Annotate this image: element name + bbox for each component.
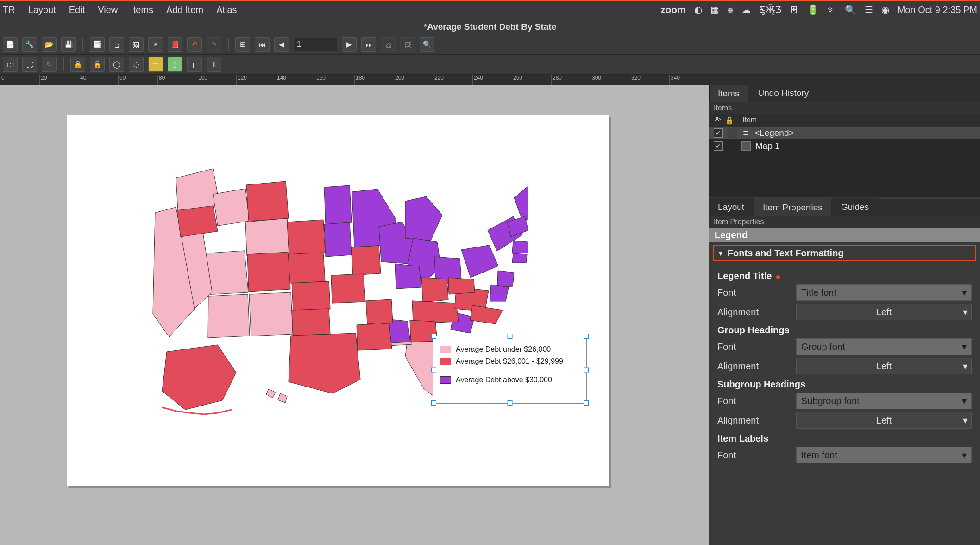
zoom-fit-button[interactable]: ⛶: [22, 57, 37, 72]
zoom-full-button[interactable]: 1:1: [3, 57, 18, 72]
resize-handle[interactable]: [431, 334, 436, 339]
resize-handle[interactable]: [431, 367, 436, 372]
redo-button[interactable]: ↷: [207, 37, 221, 52]
section-fonts-formatting[interactable]: ▼ Fonts and Text Formatting: [713, 245, 976, 261]
canvas[interactable]: Average Debt under $26,000 Average Debt …: [0, 85, 709, 545]
lock-toggle[interactable]: [728, 128, 737, 138]
menu-edit[interactable]: Edit: [69, 5, 85, 15]
resize-handle[interactable]: [584, 367, 589, 372]
next-page-button[interactable]: ▶: [342, 37, 357, 52]
visibility-toggle[interactable]: ✓: [714, 141, 723, 151]
alignment-dropdown[interactable]: Left▾: [796, 358, 972, 374]
wifi-icon[interactable]: ᯤ: [827, 5, 836, 15]
alignment-label: Alignment: [717, 415, 796, 426]
atlas-settings-button[interactable]: 🔍: [420, 37, 434, 52]
search-icon[interactable]: 🔍: [845, 4, 856, 15]
prev-page-button[interactable]: ◀: [274, 37, 289, 52]
chevron-down-icon: ▾: [963, 415, 967, 426]
last-page-button[interactable]: ⏭: [361, 37, 376, 52]
chevron-down-icon: ▼: [717, 250, 724, 257]
export-pdf-button[interactable]: 📕: [168, 37, 182, 52]
item-properties-label: Item Properties: [709, 216, 980, 228]
visibility-toggle[interactable]: ✓: [714, 128, 723, 138]
grid-button[interactable]: ⊞: [235, 37, 250, 52]
refresh-button[interactable]: ↻: [42, 57, 57, 72]
export-svg-button[interactable]: ✴: [148, 37, 163, 52]
print-atlas-button[interactable]: 🖨: [381, 37, 396, 52]
resize-handle[interactable]: [584, 400, 589, 406]
print-button[interactable]: 🖨: [109, 37, 124, 52]
font-dropdown[interactable]: Title font▾: [796, 284, 972, 301]
layout-settings-button[interactable]: 🔧: [22, 37, 37, 52]
layout-page[interactable]: Average Debt under $26,000 Average Debt …: [67, 115, 609, 486]
ruler-tick: 180: [354, 75, 365, 85]
menu-atlas[interactable]: Atlas: [216, 5, 237, 15]
chevron-down-icon: ▾: [962, 395, 967, 406]
items-tree[interactable]: 👁🔒 Item ✓ ≡ <Legend> ✓ Map 1: [709, 114, 980, 197]
status-icon-3[interactable]: ⎈: [728, 5, 733, 15]
page-number-input[interactable]: [294, 38, 337, 51]
font-dropdown[interactable]: Item font▾: [796, 447, 972, 463]
resize-handle[interactable]: [431, 400, 436, 406]
distribute-button[interactable]: ⫴: [207, 57, 221, 72]
ruler-tick: 260: [512, 75, 522, 85]
siri-icon[interactable]: ◉: [881, 4, 889, 15]
lower-button[interactable]: ▯: [168, 57, 182, 72]
main-toolbar: 📄 🔧 📂 💾 📑 🖨 🖼 ✴ 📕 ↶ ↷ ⊞ ⏮ ◀ ▶ ⏭ 🖨 🖼 🔍: [0, 35, 980, 55]
unlock-button[interactable]: 🔓: [90, 57, 105, 72]
group-button[interactable]: ◯: [109, 57, 124, 72]
first-page-button[interactable]: ⏮: [255, 37, 270, 52]
tab-undo-history[interactable]: Undo History: [749, 84, 817, 102]
tree-row-map[interactable]: ✓ Map 1: [709, 139, 980, 152]
tree-row-legend[interactable]: ✓ ≡ <Legend>: [709, 127, 980, 139]
zoom-indicator: zoom: [660, 5, 685, 15]
alignment-dropdown[interactable]: Left▾: [796, 412, 972, 429]
menu-add-item[interactable]: Add Item: [166, 5, 203, 15]
font-dropdown[interactable]: Group font▾: [796, 338, 972, 355]
modified-dot-icon: [776, 275, 780, 279]
menu-view[interactable]: View: [98, 5, 118, 15]
legend-item[interactable]: Average Debt under $26,000 Average Debt …: [433, 336, 587, 404]
open-button[interactable]: 📂: [42, 37, 57, 52]
chevron-down-icon: ▾: [963, 361, 967, 372]
alignment-label: Alignment: [717, 307, 796, 317]
raise-button[interactable]: ▭: [148, 57, 163, 72]
svg-marker-0: [266, 389, 276, 398]
export-image-button[interactable]: 🖼: [129, 37, 144, 52]
status-icon-2[interactable]: ▦: [710, 4, 719, 15]
battery-icon[interactable]: 🔋: [807, 4, 819, 15]
align-button[interactable]: ⫼: [187, 57, 202, 72]
font-dropdown[interactable]: Subgroup font▾: [796, 393, 972, 409]
save-button[interactable]: 💾: [61, 37, 76, 52]
alignment-dropdown[interactable]: Left▾: [796, 304, 972, 320]
tab-layout[interactable]: Layout: [709, 198, 753, 216]
resize-handle[interactable]: [508, 400, 513, 406]
ruler-tick: 0: [0, 75, 5, 85]
chevron-down-icon: ▾: [962, 287, 967, 298]
menu-items[interactable]: Items: [131, 5, 153, 15]
new-layout-button[interactable]: 📄: [3, 37, 18, 52]
cloud-icon[interactable]: ☁: [741, 4, 751, 15]
ruler-tick: 300: [591, 75, 601, 85]
duplicate-button[interactable]: 📑: [90, 37, 105, 52]
tab-guides[interactable]: Guides: [832, 198, 878, 216]
lock-button[interactable]: 🔒: [70, 57, 85, 72]
menu-layout[interactable]: Layout: [28, 5, 56, 15]
tab-item-properties[interactable]: Item Properties: [754, 199, 831, 216]
clock[interactable]: Mon Oct 9 2:35 PM: [898, 5, 977, 15]
ungroup-button[interactable]: ◌: [129, 57, 144, 72]
export-atlas-button[interactable]: 🖼: [400, 37, 415, 52]
shield-icon[interactable]: ⛨: [790, 5, 799, 15]
view-toolbar: 1:1 ⛶ ↻ 🔒 🔓 ◯ ◌ ▭ ▯ ⫼ ⫴: [0, 55, 980, 75]
font-label: Font: [717, 342, 796, 352]
resize-handle[interactable]: [584, 334, 589, 339]
control-center-icon[interactable]: ☰: [865, 4, 873, 15]
status-icon-1[interactable]: ◐: [694, 4, 702, 15]
resize-handle[interactable]: [508, 334, 513, 339]
butterfly-icon[interactable]: Ƹ̵̡Ӝ̵̨̄Ʒ: [759, 4, 781, 15]
tab-items[interactable]: Items: [709, 85, 748, 102]
map-icon: [741, 141, 751, 151]
app-name: TR: [3, 5, 15, 15]
undo-button[interactable]: ↶: [187, 37, 202, 52]
chevron-down-icon: ▾: [963, 306, 967, 317]
